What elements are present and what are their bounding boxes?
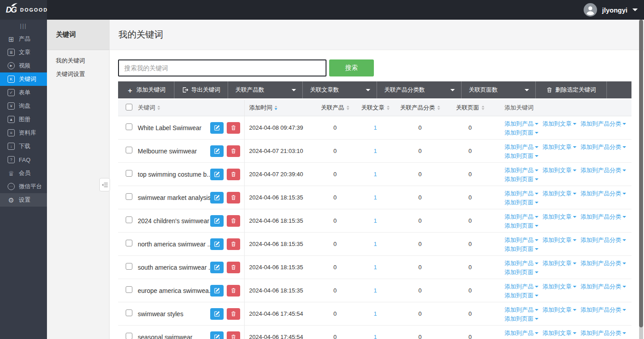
delete-button[interactable] xyxy=(227,285,240,297)
edit-button[interactable] xyxy=(210,145,224,157)
add-to-page-link[interactable]: 添加到页面 xyxy=(504,222,538,229)
add-to-page-link[interactable]: 添加到页面 xyxy=(504,199,538,206)
subsidebar-item-my-keywords[interactable]: 我的关键词 xyxy=(47,54,109,68)
add-to-article-link[interactable]: 添加到文章 xyxy=(542,190,576,197)
header-added-time[interactable]: 添加时间 xyxy=(244,100,316,116)
related-articles-count[interactable]: 1 xyxy=(354,217,396,224)
add-to-product-link[interactable]: 添加到产品 xyxy=(504,260,538,267)
edit-button[interactable] xyxy=(210,331,224,339)
add-to-category-link[interactable]: 添加到产品分类 xyxy=(580,144,626,150)
related-articles-count[interactable]: 1 xyxy=(354,171,396,178)
add-to-article-link[interactable]: 添加到文章 xyxy=(542,144,576,150)
add-to-article-link[interactable]: 添加到文章 xyxy=(542,283,576,290)
add-to-page-link[interactable]: 添加到页面 xyxy=(504,292,538,299)
add-to-category-link[interactable]: 添加到产品分类 xyxy=(580,120,626,127)
related-articles-count[interactable]: 1 xyxy=(354,310,396,317)
add-to-page-link[interactable]: 添加到页面 xyxy=(504,246,538,252)
add-to-category-link[interactable]: 添加到产品分类 xyxy=(580,283,626,290)
edit-button[interactable] xyxy=(210,122,224,134)
related-categories-count-dropdown[interactable]: 关联产品分类数 xyxy=(377,81,462,98)
related-articles-count[interactable]: 1 xyxy=(354,241,396,247)
add-to-article-link[interactable]: 添加到文章 xyxy=(542,330,576,336)
delete-button[interactable] xyxy=(227,331,240,339)
add-to-category-link[interactable]: 添加到产品分类 xyxy=(580,330,626,336)
edit-button[interactable] xyxy=(210,169,224,180)
edit-button[interactable] xyxy=(210,285,224,297)
add-to-category-link[interactable]: 添加到产品分类 xyxy=(580,306,626,313)
row-checkbox[interactable] xyxy=(126,333,132,339)
delete-button[interactable] xyxy=(227,169,240,180)
add-to-product-link[interactable]: 添加到产品 xyxy=(504,306,538,313)
add-to-article-link[interactable]: 添加到文章 xyxy=(542,237,576,243)
sidebar-item-library[interactable]: ≡ 资料库 xyxy=(0,126,47,140)
sidebar-item-keyword[interactable]: K 关键词 xyxy=(0,72,47,86)
row-checkbox[interactable] xyxy=(126,170,132,177)
export-keyword-button[interactable]: 导出关键词 xyxy=(174,81,228,98)
related-articles-count[interactable]: 1 xyxy=(354,124,396,131)
related-products-count-dropdown[interactable]: 关联产品数 xyxy=(228,81,303,98)
delete-button[interactable] xyxy=(227,308,240,320)
sidebar-item-inquiry[interactable]: ¥ 询盘 xyxy=(0,99,47,113)
delete-button[interactable] xyxy=(227,215,240,227)
related-articles-count[interactable]: 1 xyxy=(354,264,396,271)
row-checkbox[interactable] xyxy=(126,263,132,270)
add-keyword-button[interactable]: ＋ 添加关键词 xyxy=(118,81,174,98)
header-related-products[interactable]: 关联产品 xyxy=(316,104,354,112)
add-to-article-link[interactable]: 添加到文章 xyxy=(542,260,576,267)
sidebar-item-faq[interactable]: ? FAQ xyxy=(0,153,47,166)
delete-button[interactable] xyxy=(227,145,240,157)
sidebar-item-article[interactable]: ≣ 文章 xyxy=(0,46,47,59)
sidebar-item-member[interactable]: ♕ 会员 xyxy=(0,166,47,180)
add-to-category-link[interactable]: 添加到产品分类 xyxy=(580,237,626,243)
edit-button[interactable] xyxy=(210,215,224,227)
header-related-pages[interactable]: 关联页面 xyxy=(444,104,496,112)
search-input[interactable] xyxy=(118,59,326,76)
add-to-category-link[interactable]: 添加到产品分类 xyxy=(580,190,626,197)
add-to-product-link[interactable]: 添加到产品 xyxy=(504,144,538,150)
related-articles-count[interactable]: 1 xyxy=(354,148,396,154)
sidebar-item-product[interactable]: ⊞ 产品 xyxy=(0,32,47,46)
sidebar-item-gallery[interactable]: ▲ 图册 xyxy=(0,113,47,126)
add-to-product-link[interactable]: 添加到产品 xyxy=(504,167,538,174)
sidebar-item-wechat[interactable]: ⋯ 微信平台 xyxy=(0,180,47,193)
edit-button[interactable] xyxy=(210,238,224,250)
add-to-page-link[interactable]: 添加到页面 xyxy=(504,129,538,136)
sidebar-collapse-button[interactable]: ||| xyxy=(0,20,47,32)
sidebar-item-form[interactable]: ✓ 表单 xyxy=(0,86,47,99)
user-menu[interactable]: jlyongyi xyxy=(584,0,638,20)
add-to-article-link[interactable]: 添加到文章 xyxy=(542,120,576,127)
row-checkbox[interactable] xyxy=(126,286,132,293)
delete-button[interactable] xyxy=(227,192,240,203)
row-checkbox[interactable] xyxy=(126,309,132,316)
header-keyword[interactable]: 关键词 xyxy=(138,104,244,112)
delete-button[interactable] xyxy=(227,238,240,250)
edit-button[interactable] xyxy=(210,192,224,203)
scrollbar-thumb[interactable] xyxy=(639,20,643,327)
add-to-page-link[interactable]: 添加到页面 xyxy=(504,315,538,322)
add-to-page-link[interactable]: 添加到页面 xyxy=(504,153,538,159)
add-to-product-link[interactable]: 添加到产品 xyxy=(504,213,538,220)
delete-button[interactable] xyxy=(227,262,240,273)
add-to-product-link[interactable]: 添加到产品 xyxy=(504,120,538,127)
sidebar-item-video[interactable]: ▶ 视频 xyxy=(0,59,47,72)
add-to-product-link[interactable]: 添加到产品 xyxy=(504,283,538,290)
row-checkbox[interactable] xyxy=(126,216,132,223)
add-to-product-link[interactable]: 添加到产品 xyxy=(504,190,538,197)
row-checkbox[interactable] xyxy=(126,193,132,200)
row-checkbox[interactable] xyxy=(126,240,132,246)
subsidebar-toggle-button[interactable] xyxy=(99,178,110,191)
related-articles-count[interactable]: 1 xyxy=(354,194,396,201)
subsidebar-item-keyword-settings[interactable]: 关键词设置 xyxy=(47,68,109,81)
add-to-article-link[interactable]: 添加到文章 xyxy=(542,167,576,174)
edit-button[interactable] xyxy=(210,308,224,320)
sidebar-item-download[interactable]: ↓ 下载 xyxy=(0,140,47,153)
add-to-product-link[interactable]: 添加到产品 xyxy=(504,237,538,243)
delete-button[interactable] xyxy=(227,122,240,134)
select-all-checkbox[interactable] xyxy=(126,104,132,110)
edit-button[interactable] xyxy=(210,262,224,273)
header-related-articles[interactable]: 关联文章 xyxy=(354,104,396,112)
add-to-article-link[interactable]: 添加到文章 xyxy=(542,306,576,313)
add-to-article-link[interactable]: 添加到文章 xyxy=(542,213,576,220)
related-articles-count[interactable]: 1 xyxy=(354,334,396,339)
header-related-categories[interactable]: 关联产品分类 xyxy=(396,104,444,112)
